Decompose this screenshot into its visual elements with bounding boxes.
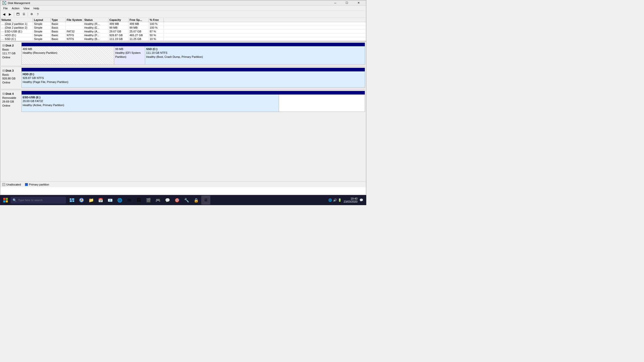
disk3-row: ⊟ Disk 3 Basic 928.88 GB Online HDD (D:)… bbox=[1, 68, 365, 88]
app-icon: 💽 bbox=[2, 1, 6, 5]
cell-pctfree: 50 % bbox=[149, 33, 164, 37]
table-row[interactable]: — (Disk 2 partition 2) Simple Basic Heal… bbox=[0, 26, 366, 30]
col-header-pctfree[interactable]: % Free bbox=[149, 18, 164, 22]
network-icon[interactable]: 🌐 bbox=[328, 198, 332, 202]
table-row[interactable]: — HDD (D:) Simple Basic NTFS Healthy (P.… bbox=[0, 33, 366, 37]
col-header-freespace[interactable]: Free Sp... bbox=[129, 18, 149, 22]
search-input[interactable] bbox=[18, 199, 64, 202]
toolbar-help[interactable]: ? bbox=[35, 12, 41, 17]
store-icon[interactable]: 🛍 bbox=[125, 196, 134, 205]
partition-hdd-name: HDD (D:) bbox=[23, 72, 364, 76]
taskbar-right: 🌐 🔊 🔋 19:40 23/03/2020 💬 bbox=[328, 197, 365, 203]
partition-recovery-size: 499 MB bbox=[23, 47, 113, 51]
app3-icon[interactable]: 🎯 bbox=[173, 196, 182, 205]
clock-date: 23/03/2020 bbox=[344, 200, 357, 203]
table-header: Volume Layout Type File System Status Ca… bbox=[0, 18, 366, 22]
legend: Unallocated Primary partition bbox=[0, 181, 366, 187]
volume-icon[interactable]: 🔊 bbox=[333, 198, 337, 202]
window-title: Disk Management bbox=[8, 2, 30, 5]
disk4-partitions-row: ESD-USB (E:) 29.69 GB FAT32 Healthy (Act… bbox=[22, 95, 365, 112]
cell-capacity: 99 MB bbox=[108, 26, 129, 29]
disk4-partition-usb[interactable]: ESD-USB (E:) 29.69 GB FAT32 Healthy (Act… bbox=[22, 95, 279, 112]
partition-usb-status: Healthy (Active, Primary Partition) bbox=[23, 103, 278, 107]
app1-icon[interactable]: 🎮 bbox=[153, 196, 163, 205]
mail-icon[interactable]: 📧 bbox=[106, 196, 115, 205]
title-bar: 💽 Disk Management ─ ☐ ✕ bbox=[0, 0, 366, 6]
disk2-partition-ssd[interactable]: SSD (C:) 111.19 GB NTFS Healthy (Boot, C… bbox=[145, 46, 365, 64]
minimize-button[interactable]: ─ bbox=[330, 0, 341, 6]
cell-layout: Simple bbox=[33, 33, 51, 37]
calendar-icon[interactable]: 📅 bbox=[96, 196, 105, 205]
disk2-partition-recovery[interactable]: 499 MB Healthy (Recovery Partition) bbox=[22, 46, 114, 64]
taskview-icon[interactable] bbox=[67, 196, 76, 205]
disk4-row: ⊟ Disk 4 Removable 29.69 GB Online ESD-U… bbox=[1, 91, 365, 112]
close-button[interactable]: ✕ bbox=[353, 0, 364, 6]
toolbar-list[interactable]: ☰ bbox=[21, 12, 27, 17]
disk4-name: Disk 4 bbox=[6, 92, 14, 96]
cell-volume: — (Disk 2 partition 1) bbox=[0, 22, 33, 26]
svg-rect-3 bbox=[6, 200, 8, 202]
disk4-header-bar bbox=[22, 91, 365, 95]
menu-action[interactable]: Action bbox=[10, 6, 22, 10]
vpn-icon[interactable]: 🔒 bbox=[192, 196, 201, 205]
disk-area: ⊟ Disk 2 Basic 111.77 GB Online 499 MB bbox=[0, 41, 366, 181]
table-row[interactable]: — ESD-USB (E:) Simple Basic FAT32 Health… bbox=[0, 30, 366, 33]
col-header-layout[interactable]: Layout bbox=[33, 18, 51, 22]
disk4-label: ⊟ Disk 4 Removable 29.69 GB Online bbox=[1, 91, 21, 112]
legend-primary-label: Primary partition bbox=[29, 183, 49, 186]
volume-table: Volume Layout Type File System Status Ca… bbox=[0, 18, 366, 41]
start-button[interactable] bbox=[1, 196, 10, 205]
menu-view[interactable]: View bbox=[21, 6, 31, 10]
svg-rect-7 bbox=[72, 200, 74, 202]
toolbar-forward[interactable]: ▶ bbox=[7, 12, 13, 17]
menu-help[interactable]: Help bbox=[31, 6, 41, 10]
disk2-partitions: 499 MB Healthy (Recovery Partition) 99 M… bbox=[21, 42, 365, 65]
partition-hdd-status: Healthy (Page File, Primary Partition) bbox=[23, 80, 364, 84]
cell-capacity: 928.87 GB bbox=[108, 33, 129, 37]
legend-unallocated-label: Unallocated bbox=[6, 183, 21, 186]
media-icon[interactable]: 🎬 bbox=[144, 196, 153, 205]
cell-layout: Simple bbox=[33, 30, 51, 33]
cell-fs: NTFS bbox=[66, 33, 83, 37]
cell-status: Healthy (B... bbox=[83, 37, 108, 41]
app5-icon[interactable]: 🖥 bbox=[201, 196, 210, 205]
col-header-fs[interactable]: File System bbox=[66, 18, 83, 22]
app2-icon[interactable]: 💬 bbox=[163, 196, 172, 205]
toolbar-window[interactable]: 🗔 bbox=[15, 12, 21, 17]
battery-icon[interactable]: 🔋 bbox=[338, 198, 342, 202]
toolbar-back[interactable]: ◀ bbox=[1, 12, 7, 17]
chrome-icon[interactable] bbox=[77, 196, 86, 205]
table-row[interactable]: — SSD (C:) Simple Basic NTFS Healthy (B.… bbox=[0, 37, 366, 41]
cell-type: Basic bbox=[51, 37, 66, 41]
maximize-button[interactable]: ☐ bbox=[341, 0, 352, 6]
col-header-capacity[interactable]: Capacity bbox=[108, 18, 129, 22]
fileexplorer-icon[interactable]: 📁 bbox=[87, 196, 96, 205]
notification-icon[interactable]: 💬 bbox=[359, 198, 363, 202]
clock-display[interactable]: 19:40 23/03/2020 bbox=[344, 197, 357, 203]
svg-rect-0 bbox=[3, 198, 5, 200]
col-header-status[interactable]: Status bbox=[83, 18, 108, 22]
disk3-status: Online bbox=[2, 81, 20, 84]
toolbar-sep1 bbox=[14, 12, 14, 17]
app4-icon[interactable]: 🔧 bbox=[182, 196, 191, 205]
disk2-label: ⊟ Disk 2 Basic 111.77 GB Online bbox=[1, 42, 21, 65]
cell-type: Basic bbox=[51, 22, 66, 26]
toolbar-settings[interactable]: ⚙ bbox=[29, 12, 34, 17]
search-bar[interactable]: 🔍 bbox=[11, 197, 66, 204]
col-header-volume[interactable]: Volume bbox=[0, 18, 33, 22]
cell-pctfree: 100 % bbox=[149, 22, 164, 26]
menu-file[interactable]: File bbox=[1, 6, 10, 10]
windows-logo-icon bbox=[3, 198, 8, 202]
disk2-size: 111.77 GB bbox=[2, 52, 20, 55]
cell-capacity: 29.67 GB bbox=[108, 30, 129, 33]
col-header-type[interactable]: Type bbox=[51, 18, 66, 22]
search-icon: 🔍 bbox=[13, 198, 17, 202]
browser2-icon[interactable]: 🌐 bbox=[115, 196, 124, 205]
disk2-partition-efi[interactable]: 99 MB Healthy (EFI System Partition) bbox=[114, 46, 145, 64]
cell-freespace: 465.27 GB bbox=[129, 33, 149, 37]
disk3-partition-hdd[interactable]: HDD (D:) 928.87 GB NTFS Healthy (Page Fi… bbox=[22, 71, 365, 87]
disk4-type: Removable bbox=[2, 96, 20, 100]
disk2-name: Disk 2 bbox=[6, 44, 14, 48]
table-row[interactable]: — (Disk 2 partition 1) Simple Basic Heal… bbox=[0, 22, 366, 26]
photos-icon[interactable]: 🖼 bbox=[134, 196, 143, 205]
